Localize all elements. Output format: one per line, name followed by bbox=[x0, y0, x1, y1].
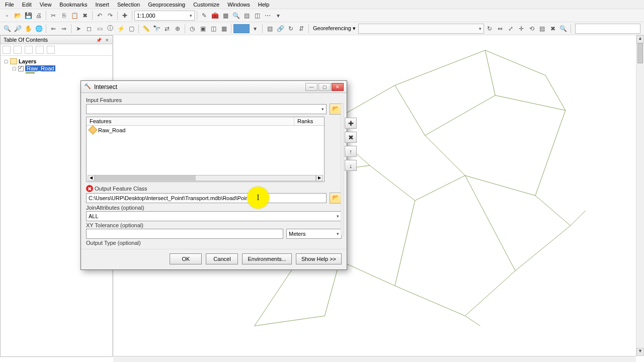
editor-toolbar-icon[interactable]: ✎ bbox=[199, 11, 209, 21]
select-elements-icon[interactable]: ▭ bbox=[95, 24, 105, 34]
clear-selection-icon[interactable]: ◻ bbox=[84, 24, 94, 34]
menu-edit[interactable]: Edit bbox=[18, 1, 36, 9]
pin-icon[interactable]: 📌 bbox=[96, 38, 102, 43]
list-by-source-icon[interactable] bbox=[14, 46, 22, 54]
identify-icon[interactable]: ⓘ bbox=[105, 24, 115, 34]
table-icon[interactable]: ▤ bbox=[265, 24, 275, 34]
find-icon[interactable]: 🔭 bbox=[151, 24, 162, 34]
zoom-out-icon[interactable]: 🔎 bbox=[13, 24, 23, 34]
remove-feature-button[interactable]: ✖ bbox=[345, 132, 357, 143]
new-icon[interactable]: ▫ bbox=[2, 11, 12, 21]
menu-file[interactable]: File bbox=[1, 1, 18, 9]
save-icon[interactable]: 💾 bbox=[23, 11, 33, 21]
flip-icon[interactable]: ⇵ bbox=[296, 24, 306, 34]
browse-input-button[interactable] bbox=[330, 104, 342, 115]
back-icon[interactable]: ⇐ bbox=[48, 24, 58, 34]
browse-output-button[interactable] bbox=[330, 193, 342, 204]
join-attributes-combo[interactable]: ALL bbox=[86, 211, 342, 221]
viewer-icon[interactable]: ◫ bbox=[208, 24, 218, 34]
scroll-down-icon[interactable]: ▼ bbox=[636, 348, 644, 356]
georef-scale-icon[interactable]: ⤢ bbox=[506, 24, 516, 34]
scroll-thumb[interactable] bbox=[637, 43, 643, 63]
georef-link-table-icon[interactable]: ▤ bbox=[537, 24, 547, 34]
time-slider-icon[interactable]: ◷ bbox=[187, 24, 197, 34]
georef-shift-icon[interactable]: ⇔ bbox=[495, 24, 505, 34]
model-builder-icon[interactable]: ◫ bbox=[252, 11, 262, 21]
add-data-icon[interactable]: ✚ bbox=[120, 11, 130, 21]
layer-item[interactable]: ▢ Raw_Road bbox=[4, 65, 109, 72]
menu-insert[interactable]: Insert bbox=[91, 1, 113, 9]
georef-auto-icon[interactable]: ⟲ bbox=[527, 24, 537, 34]
create-viewer-icon[interactable]: ▣ bbox=[198, 24, 208, 34]
output-path-input[interactable] bbox=[86, 193, 327, 203]
find-route-icon[interactable]: ⇄ bbox=[162, 24, 172, 34]
more-icon[interactable]: ⋯ bbox=[263, 11, 273, 21]
undo-icon[interactable]: ↶ bbox=[95, 11, 105, 21]
dialog-title-bar[interactable]: Intersect — ▢ ✕ bbox=[81, 81, 347, 93]
measure-icon[interactable]: 📏 bbox=[141, 24, 151, 34]
layers-root[interactable]: ▢ Layers bbox=[4, 58, 109, 65]
dialog-vscroll[interactable] bbox=[341, 103, 344, 236]
scroll-left-icon[interactable]: ◀ bbox=[88, 175, 95, 181]
menu-geoprocessing[interactable]: Geoprocessing bbox=[144, 1, 189, 9]
scroll-up-icon[interactable]: ▲ bbox=[636, 35, 644, 43]
map-vertical-scrollbar[interactable]: ▲ ▼ bbox=[636, 35, 644, 356]
list-by-drawing-order-icon[interactable] bbox=[3, 46, 11, 54]
hyperlink-icon[interactable]: ⚡ bbox=[116, 24, 126, 34]
georef-layer-combo[interactable] bbox=[358, 24, 484, 34]
select-icon[interactable]: ➤ bbox=[73, 24, 84, 34]
show-help-button[interactable]: Show Help >> bbox=[296, 253, 342, 264]
go-to-xy-icon[interactable]: ⊕ bbox=[173, 24, 183, 34]
list-by-visibility-icon[interactable] bbox=[25, 46, 33, 54]
layer-checkbox[interactable] bbox=[18, 66, 24, 71]
python-icon[interactable]: ▤ bbox=[242, 11, 252, 21]
scroll-right-icon[interactable]: ▶ bbox=[316, 175, 323, 181]
html-popup-icon[interactable]: ▢ bbox=[126, 24, 136, 34]
ok-button[interactable]: OK bbox=[170, 253, 202, 264]
dropdown-icon[interactable]: ▾ bbox=[250, 24, 260, 34]
full-extent-icon[interactable]: 🌐 bbox=[34, 24, 44, 34]
paste-icon[interactable]: 📋 bbox=[69, 11, 79, 21]
toolbox-icon[interactable]: 🧰 bbox=[210, 11, 220, 21]
environments-button[interactable]: Environments... bbox=[242, 253, 291, 264]
georef-label[interactable]: Georeferencing ▾ bbox=[311, 25, 358, 32]
menu-view[interactable]: View bbox=[36, 1, 56, 9]
quick-search-input[interactable] bbox=[575, 24, 640, 34]
features-list[interactable]: Features Ranks Raw_Road ◀ ▶ bbox=[86, 117, 325, 182]
menu-bookmarks[interactable]: Bookmarks bbox=[55, 1, 91, 9]
delete-icon[interactable]: ✖ bbox=[80, 11, 90, 21]
scale-combo[interactable]: 1:1,000 bbox=[134, 11, 195, 21]
collapse-icon[interactable]: ▢ bbox=[4, 59, 9, 64]
open-icon[interactable]: 📂 bbox=[13, 11, 23, 21]
cut-icon[interactable]: ✂ bbox=[48, 11, 58, 21]
forward-icon[interactable]: ⇒ bbox=[59, 24, 69, 34]
menu-selection[interactable]: Selection bbox=[113, 1, 144, 9]
add-feature-button[interactable]: ✚ bbox=[345, 118, 357, 129]
minimize-button[interactable]: — bbox=[305, 83, 317, 91]
georef-delete-icon[interactable]: ✖ bbox=[548, 24, 558, 34]
xy-tolerance-unit-combo[interactable]: Meters bbox=[286, 229, 342, 239]
draw-rectangle-icon[interactable] bbox=[233, 24, 250, 33]
toolbox-icon[interactable]: ▦ bbox=[219, 24, 229, 34]
menu-windows[interactable]: Windows bbox=[223, 1, 254, 9]
collapse-icon[interactable]: ▢ bbox=[12, 66, 17, 71]
georef-rotate-icon[interactable]: ↻ bbox=[485, 24, 495, 34]
move-down-button[interactable]: ↓ bbox=[345, 160, 357, 171]
cancel-button[interactable]: Cancel bbox=[206, 253, 238, 264]
dropdown-icon[interactable]: ▾ bbox=[273, 11, 283, 21]
close-button[interactable]: ✕ bbox=[332, 83, 344, 91]
print-icon[interactable]: 🖨 bbox=[34, 11, 44, 21]
search-icon[interactable]: 🔍 bbox=[231, 11, 241, 21]
zoom-in-icon[interactable]: 🔍 bbox=[2, 24, 12, 34]
georef-viewer-icon[interactable]: 🔍 bbox=[558, 24, 569, 34]
features-hscroll[interactable]: ◀ ▶ bbox=[88, 174, 323, 182]
feature-row[interactable]: Raw_Road bbox=[87, 126, 324, 134]
maximize-button[interactable]: ▢ bbox=[318, 83, 331, 91]
menu-customize[interactable]: Customize bbox=[189, 1, 223, 9]
layer-name[interactable]: Raw_Road bbox=[25, 65, 55, 71]
pan-icon[interactable]: ✋ bbox=[23, 24, 33, 34]
view-link-icon[interactable]: 🔗 bbox=[275, 24, 285, 34]
menu-help[interactable]: Help bbox=[254, 1, 274, 9]
options-icon[interactable] bbox=[47, 46, 55, 54]
catalog-icon[interactable]: ▦ bbox=[220, 11, 230, 21]
